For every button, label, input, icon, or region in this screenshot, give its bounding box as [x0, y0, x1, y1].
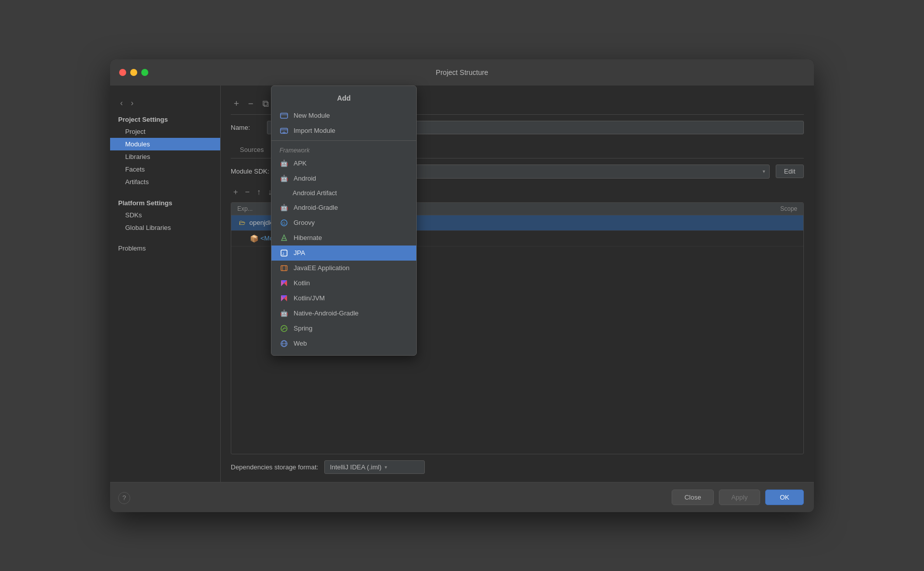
- project-settings-section-label: Project Settings: [110, 113, 220, 125]
- sidebar-item-artifacts[interactable]: Artifacts: [110, 176, 220, 188]
- minimize-traffic-light[interactable]: [130, 69, 137, 76]
- dropdown-title: Add: [271, 90, 416, 108]
- maximize-traffic-light[interactable]: [141, 69, 148, 76]
- web-icon: [280, 339, 289, 348]
- apply-button: Apply: [719, 490, 761, 505]
- svg-text:G: G: [282, 221, 286, 226]
- forward-button[interactable]: ›: [129, 98, 135, 109]
- project-structure-dialog: Project Structure ‹ › Project Settings P…: [110, 59, 814, 512]
- traffic-lights: [119, 69, 148, 76]
- dropdown-item-jpa[interactable]: J JPA: [271, 246, 416, 261]
- storage-dropdown-chevron: ▾: [385, 464, 387, 470]
- titlebar: Project Structure: [110, 59, 814, 86]
- native-android-gradle-icon: 🤖: [280, 309, 289, 318]
- storage-row: Dependencies storage format: IntelliJ ID…: [231, 460, 804, 474]
- back-button[interactable]: ‹: [118, 98, 125, 109]
- apk-icon: 🤖: [280, 159, 289, 168]
- close-button[interactable]: Close: [672, 490, 713, 505]
- storage-label: Dependencies storage format:: [231, 463, 318, 471]
- bottom-bar: Close Apply OK: [110, 482, 814, 512]
- javaee-icon: [280, 264, 289, 273]
- dropdown-item-kotlin-jvm[interactable]: Kotlin/JVM: [271, 291, 416, 306]
- spring-icon: [280, 324, 289, 333]
- kotlin-jvm-icon: [280, 294, 289, 303]
- main-content: ‹ › Project Settings Project Modules Lib…: [110, 86, 814, 482]
- tab-sources[interactable]: Sources: [231, 142, 273, 158]
- android-gradle-icon: 🤖: [280, 203, 289, 212]
- dropdown-item-spring[interactable]: Spring: [271, 321, 416, 336]
- copy-button[interactable]: ⧉: [259, 98, 272, 110]
- groovy-icon: G: [280, 218, 289, 227]
- name-label: Name:: [231, 124, 261, 131]
- dropdown-item-groovy[interactable]: G Groovy: [271, 215, 416, 230]
- dropdown-item-apk[interactable]: 🤖 APK: [271, 156, 416, 171]
- kotlin-icon: [280, 279, 289, 288]
- dep-module-source-icon: 📦: [249, 234, 258, 243]
- sidebar-item-libraries[interactable]: Libraries: [110, 150, 220, 163]
- dropdown-item-native-android-gradle[interactable]: 🤖 Native-Android-Gradle: [271, 306, 416, 321]
- dropdown-item-import-module[interactable]: Import Module: [271, 123, 416, 138]
- sidebar-item-sdks[interactable]: SDKs: [110, 209, 220, 221]
- dropdown-item-kotlin[interactable]: Kotlin: [271, 276, 416, 291]
- sidebar: ‹ › Project Settings Project Modules Lib…: [110, 86, 221, 482]
- sidebar-item-modules[interactable]: Modules: [110, 138, 220, 150]
- storage-select[interactable]: IntelliJ IDEA (.iml) ▾: [324, 460, 425, 474]
- jpa-icon: J: [280, 249, 289, 258]
- android-icon: 🤖: [280, 174, 289, 183]
- android-artifact-icon: [280, 189, 288, 197]
- add-dropdown: Add New Module Import Module: [271, 86, 417, 356]
- help-button[interactable]: ?: [118, 492, 130, 504]
- sidebar-item-problems[interactable]: Problems: [110, 242, 220, 255]
- sdk-dropdown-chevron: ▾: [763, 169, 765, 174]
- dropdown-item-new-module[interactable]: New Module: [271, 108, 416, 123]
- close-traffic-light[interactable]: [119, 69, 126, 76]
- new-module-icon: [280, 111, 289, 120]
- sidebar-item-facets[interactable]: Facets: [110, 163, 220, 176]
- dep-jdk-icon: 🗁: [237, 218, 246, 227]
- hibernate-icon: [280, 233, 289, 242]
- import-module-icon: [280, 126, 289, 135]
- dropdown-item-android-gradle[interactable]: 🤖 Android-Gradle: [271, 200, 416, 215]
- dropdown-item-android[interactable]: 🤖 Android: [271, 171, 416, 186]
- dep-remove-button[interactable]: −: [242, 187, 252, 198]
- sidebar-nav: ‹ ›: [110, 94, 220, 113]
- dropdown-item-android-artifact[interactable]: Android Artifact: [271, 186, 416, 200]
- svg-marker-7: [282, 235, 287, 240]
- dep-up-button[interactable]: ↑: [254, 187, 263, 198]
- window-title: Project Structure: [436, 68, 488, 76]
- svg-rect-11: [281, 266, 287, 271]
- sidebar-item-project[interactable]: Project: [110, 125, 220, 138]
- dropdown-item-web[interactable]: Web: [271, 336, 416, 351]
- add-button[interactable]: +: [231, 98, 242, 110]
- remove-button[interactable]: −: [245, 98, 257, 110]
- sidebar-item-global-libraries[interactable]: Global Libraries: [110, 221, 220, 234]
- dropdown-item-javaee[interactable]: JavaEE Application: [271, 261, 416, 276]
- ok-button[interactable]: OK: [765, 490, 804, 505]
- sdk-edit-button[interactable]: Edit: [776, 165, 804, 178]
- platform-settings-section-label: Platform Settings: [110, 196, 220, 209]
- svg-text:J: J: [282, 252, 284, 256]
- dropdown-item-hibernate[interactable]: Hibernate: [271, 230, 416, 246]
- dropdown-framework-label: Framework: [271, 143, 416, 156]
- svg-rect-0: [281, 113, 288, 118]
- dep-col-scope: Scope: [747, 205, 797, 212]
- dropdown-sep-1: [271, 140, 416, 141]
- dep-add-button[interactable]: +: [231, 187, 240, 198]
